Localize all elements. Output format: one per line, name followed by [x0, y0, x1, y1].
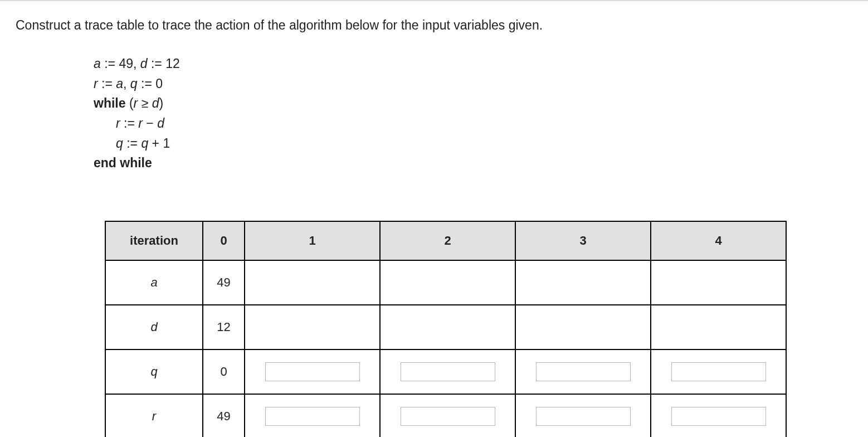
row-variable-label: a	[105, 260, 203, 305]
algo-keyword-endwhile: end while	[94, 156, 152, 170]
algo-text: := 49,	[101, 56, 140, 71]
algo-var-d: d	[140, 56, 148, 71]
trace-input-r-iter2[interactable]	[401, 407, 495, 426]
cell-iteration	[515, 394, 651, 437]
cell-initial-value: 49	[203, 260, 245, 305]
row-variable-label: q	[105, 349, 203, 394]
cell-iteration	[651, 260, 786, 305]
algo-text: :=	[98, 76, 116, 91]
cell-initial-value: 0	[203, 349, 245, 394]
algo-text: + 1	[148, 136, 170, 150]
algo-keyword-while: while	[94, 96, 126, 110]
algo-var-q: q	[141, 136, 148, 150]
table-row: a49	[105, 260, 786, 305]
algo-text: :=	[120, 116, 139, 130]
cell-iteration	[245, 394, 380, 437]
cell-iteration	[515, 260, 651, 305]
algo-text: )	[159, 96, 163, 110]
algo-line-4: r := r − d	[94, 114, 852, 134]
question-prompt: Construct a trace table to trace the act…	[16, 17, 852, 34]
algo-text: :=	[123, 136, 142, 150]
trace-input-r-iter3[interactable]	[536, 407, 631, 426]
algo-text: ≥	[138, 96, 152, 110]
algo-text: −	[143, 116, 157, 130]
algo-line-6: end while	[94, 153, 852, 173]
algo-text: := 0	[138, 76, 163, 91]
trace-input-q-iter4[interactable]	[671, 362, 766, 381]
header-iter-3: 3	[515, 221, 651, 260]
cell-iteration	[515, 305, 651, 349]
algo-var-r: r	[94, 76, 98, 91]
algo-var-r: r	[116, 116, 120, 130]
cell-iteration	[515, 349, 651, 394]
algo-text: (	[126, 96, 134, 110]
cell-iteration	[245, 305, 380, 349]
trace-input-q-iter3[interactable]	[536, 362, 631, 381]
header-iter-0: 0	[203, 221, 245, 260]
table-row: r49	[105, 394, 786, 437]
cell-iteration	[380, 349, 515, 394]
algo-line-5: q := q + 1	[94, 134, 852, 154]
algo-var-d: d	[157, 116, 164, 130]
cell-iteration	[380, 394, 515, 437]
cell-iteration	[651, 394, 786, 437]
algo-line-3: while (r ≥ d)	[94, 94, 852, 114]
row-variable-name: a	[150, 275, 157, 289]
cell-iteration	[380, 260, 515, 305]
trace-table: iteration 0 1 2 3 4 a49d12q0r49	[105, 221, 787, 437]
header-iter-2: 2	[380, 221, 515, 260]
algorithm-block: a := 49, d := 12 r := a, q := 0 while (r…	[94, 54, 852, 173]
trace-input-r-iter4[interactable]	[671, 407, 766, 426]
algo-text: := 12	[148, 56, 180, 71]
cell-iteration	[651, 305, 786, 349]
trace-input-q-iter2[interactable]	[401, 362, 495, 381]
header-iteration-label: iteration	[105, 221, 203, 260]
trace-input-r-iter1[interactable]	[265, 407, 360, 426]
trace-input-q-iter1[interactable]	[265, 362, 360, 381]
algo-var-r: r	[138, 116, 143, 130]
algo-line-2: r := a, q := 0	[94, 74, 852, 94]
cell-iteration	[380, 305, 515, 349]
algo-var-a: a	[94, 56, 101, 71]
table-row: q0	[105, 349, 786, 394]
cell-initial-value: 49	[203, 394, 245, 437]
header-iter-4: 4	[651, 221, 786, 260]
table-header-row: iteration 0 1 2 3 4	[105, 221, 786, 260]
algo-var-d: d	[152, 96, 159, 110]
cell-iteration	[245, 260, 380, 305]
table-row: d12	[105, 305, 786, 349]
algo-var-a: a	[116, 76, 123, 91]
cell-iteration	[651, 349, 786, 394]
row-variable-name: r	[152, 409, 156, 423]
cell-iteration	[245, 349, 380, 394]
row-variable-name: d	[150, 320, 157, 334]
row-variable-label: r	[105, 394, 203, 437]
algo-var-q: q	[116, 136, 123, 150]
algo-var-q: q	[130, 76, 138, 91]
cell-initial-value: 12	[203, 305, 245, 349]
row-variable-label: d	[105, 305, 203, 349]
header-iter-1: 1	[245, 221, 380, 260]
algo-line-1: a := 49, d := 12	[94, 54, 852, 74]
row-variable-name: q	[150, 365, 157, 378]
algo-text: ,	[123, 76, 130, 91]
